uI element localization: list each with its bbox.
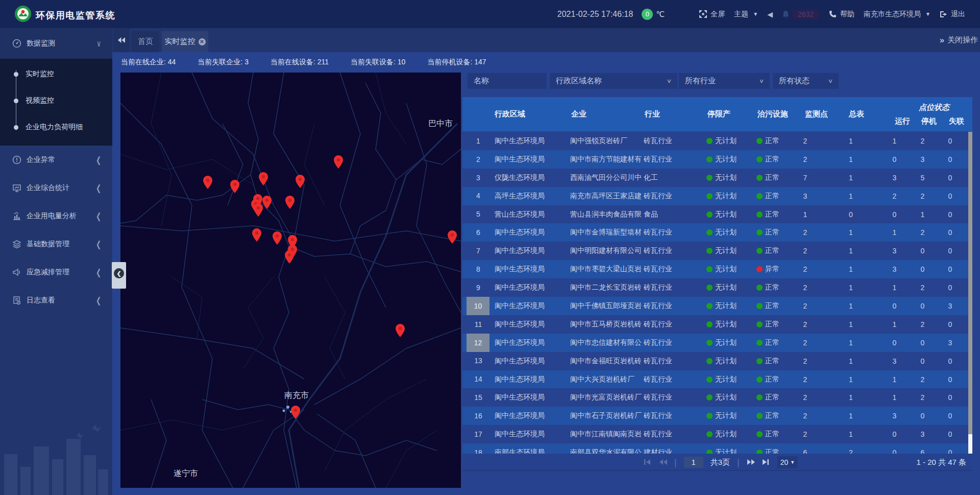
chevron-down-icon: ∨ (96, 38, 101, 49)
tabs-scroll-left-button[interactable] (113, 28, 129, 52)
org-dropdown[interactable]: 南充市生态环境局 ▼ (864, 10, 930, 19)
table-row-7[interactable]: 7阆中生态环境局阆中明阳建材有限公司砖瓦行业无计划正常21300 (462, 242, 972, 260)
tab-close-icon[interactable]: ✕ (199, 38, 206, 45)
sidebar-subitem-1[interactable]: 视频监控 (0, 87, 112, 114)
map-pin-icon[interactable] (259, 172, 268, 185)
map-city-label: 南充市 (284, 390, 309, 401)
help-button[interactable]: 帮助 (829, 10, 854, 19)
col-header-limit[interactable]: 停限产 (707, 97, 730, 131)
status-select[interactable]: 所有状态∨ (773, 73, 839, 89)
page-number-input[interactable]: 1 (684, 457, 703, 468)
table-row-3[interactable]: 3仪陇生态环境局西南油气田分公司川中化工无计划正常71350 (462, 169, 972, 187)
region-select[interactable]: 行政区域名称∨ (550, 73, 677, 89)
col-header-meters[interactable]: 总表 (849, 97, 864, 131)
facility-status-dot (756, 266, 763, 272)
name-search-input[interactable]: 名称 (468, 73, 547, 89)
tab-realtime-monitor[interactable]: 实时监控 ✕ (162, 31, 208, 52)
table-row-5[interactable]: 5营山生态环境局营山县润丰肉食品有限食品无计划正常10010 (462, 205, 972, 224)
chevron-down-icon: ▼ (925, 11, 930, 17)
table-row-16[interactable]: 16阆中生态环境局阆中市石子页岩机砖厂砖瓦行业无计划正常21300 (462, 407, 972, 425)
limit-status-dot (706, 413, 713, 419)
table-row-6[interactable]: 6阆中生态环境局阆中市金博瑞新型墙材砖瓦行业无计划正常21120 (462, 223, 972, 242)
map-pin-icon[interactable] (273, 231, 282, 245)
first-page-button[interactable] (644, 459, 652, 466)
col-header-region[interactable]: 行政区域 (495, 97, 525, 131)
map-pin-icon[interactable] (285, 250, 294, 264)
facility-status-dot (756, 138, 763, 144)
tab-home[interactable]: 首页 (132, 31, 159, 52)
fullscreen-button[interactable]: 全屏 (699, 10, 725, 19)
col-header-industry[interactable]: 行业 (645, 97, 660, 131)
logout-button[interactable]: 退出 (940, 10, 965, 19)
sidebar-item-4[interactable]: 基础数据管理❮ (0, 230, 112, 258)
table-row-1[interactable]: 1阆中生态环境局阆中强锐页岩砖厂砖瓦行业无计划正常21120 (462, 132, 972, 150)
sidebar-subitem-0[interactable]: 实时监控 (0, 61, 112, 87)
col-header-stop[interactable]: 停机 (921, 116, 937, 126)
table-scrollbar[interactable] (968, 132, 972, 454)
map-pin-icon[interactable] (254, 203, 263, 217)
table-row-13[interactable]: 13阆中生态环境局阆中市金福旺页岩机砖砖瓦行业无计划正常21300 (462, 352, 972, 370)
table-row-4[interactable]: 4高坪生态环境局南充市高坪区王家店建砖瓦行业无计划正常31220 (462, 187, 972, 205)
stat-item-0: 当前在线企业: 44 (121, 58, 176, 67)
table-scrollbar-thumb[interactable] (968, 132, 972, 434)
table-row-10[interactable]: 10阆中生态环境局阆中千佛镇五郎垭页岩砖瓦行业无计划正常21003 (462, 297, 972, 315)
sidebar-item-0[interactable]: 数据监测∨ (0, 28, 112, 59)
map-pin-icon[interactable] (285, 196, 295, 209)
notification-count-badge: 2632 (792, 9, 820, 19)
bell-icon (782, 10, 790, 18)
facility-status-dot (756, 394, 763, 400)
sidebar-item-5[interactable]: 应急减排管理❮ (0, 258, 112, 286)
col-header-run[interactable]: 运行 (895, 116, 910, 126)
table-row-8[interactable]: 8阆中生态环境局阆中市枣碧大梁山页岩砖瓦行业无计划异常21300 (462, 260, 972, 278)
speaker-icon[interactable]: ◀ (767, 10, 773, 18)
status-summary-bar: 当前在线企业: 44当前失联企业: 3当前在线设备: 211当前失联设备: 10… (121, 52, 486, 73)
col-header-company[interactable]: 企业 (571, 97, 586, 131)
table-row-2[interactable]: 2阆中生态环境局阆中市南方节能建材有砖瓦行业无计划正常21030 (462, 150, 972, 169)
map-pin-icon[interactable] (262, 196, 272, 209)
table-row-14[interactable]: 14阆中生态环境局阆中大兴页岩机砖厂砖瓦行业无计划正常21120 (462, 370, 972, 389)
pager-separator: | (737, 457, 740, 468)
table-row-15[interactable]: 15阆中生态环境局阆中市光富页岩机砖厂砖瓦行业无计划正常21120 (462, 388, 972, 407)
sidebar-item-6[interactable]: 日志查看❮ (0, 286, 112, 314)
logout-icon (940, 11, 947, 18)
notifications[interactable]: 2632 (782, 9, 820, 19)
table-row-9[interactable]: 9阆中生态环境局阆中市二龙长宝页岩砖砖瓦行业无计划正常21120 (462, 278, 972, 297)
map-pin-icon[interactable] (203, 176, 212, 189)
table-row-17[interactable]: 17阆中生态环境局阆中市江南镇阆南页岩砖瓦行业无计划正常21030 (462, 425, 972, 443)
facility-status-dot (756, 211, 763, 218)
sidebar-item-3[interactable]: 企业用电量分析❮ (0, 202, 112, 230)
prev-page-button[interactable] (659, 459, 667, 466)
gis-map[interactable]: 巴中市南充市遂宁市 (120, 73, 461, 488)
sidebar-collapse-toggle[interactable]: ❮ (112, 262, 126, 289)
sidebar-item-2[interactable]: 企业综合统计❮ (0, 174, 112, 202)
board-icon (12, 183, 21, 193)
map-pin-icon[interactable] (296, 175, 305, 188)
map-pin-icon[interactable] (230, 180, 239, 193)
table-row-18[interactable]: 18南部生态环境局南部县双华水泥有限公建材行业无计划正常62060 (462, 443, 972, 454)
next-page-button[interactable] (747, 459, 755, 466)
map-pin-icon[interactable] (291, 406, 300, 419)
last-page-button[interactable] (762, 459, 770, 466)
double-left-arrow-icon (117, 37, 126, 43)
col-header-point-status-group: 点位状态 (919, 103, 949, 112)
col-header-facility[interactable]: 治污设施 (757, 97, 788, 131)
map-pin-icon[interactable] (334, 155, 343, 169)
industry-select[interactable]: 所有行业∨ (679, 73, 770, 89)
table-row-12[interactable]: 12阆中生态环境局阆中市忠信建材有限公砖瓦行业无计划正常21003 (462, 334, 972, 352)
map-pin-icon[interactable] (448, 230, 457, 244)
sidebar-nav: 数据监测∨实时监控视频监控企业电力负荷明细企业异常❮企业综合统计❮企业用电量分析… (0, 28, 112, 495)
col-header-lost[interactable]: 失联 (949, 116, 964, 126)
page-size-select[interactable]: 20 ▼ (777, 456, 798, 468)
close-operations-button[interactable]: 关闭操作 (947, 35, 978, 45)
map-pin-icon[interactable] (396, 324, 405, 337)
table-row-11[interactable]: 11阆中生态环境局阆中市五马桥页岩机砖砖瓦行业无计划正常21120 (462, 315, 972, 334)
chevron-left-icon: ❮ (114, 268, 124, 278)
map-pin-icon[interactable] (252, 228, 261, 242)
theme-dropdown[interactable]: 主题 ▼ (734, 10, 758, 19)
sidebar-submenu: 实时监控视频监控企业电力负荷明细 (0, 59, 112, 146)
sidebar-subitem-2[interactable]: 企业电力负荷明细 (0, 114, 112, 140)
chart-icon (12, 211, 21, 221)
sidebar-item-1[interactable]: 企业异常❮ (0, 146, 112, 174)
tabs-scroll-right-button[interactable]: » (940, 36, 943, 45)
col-header-points[interactable]: 监测点 (805, 97, 828, 131)
